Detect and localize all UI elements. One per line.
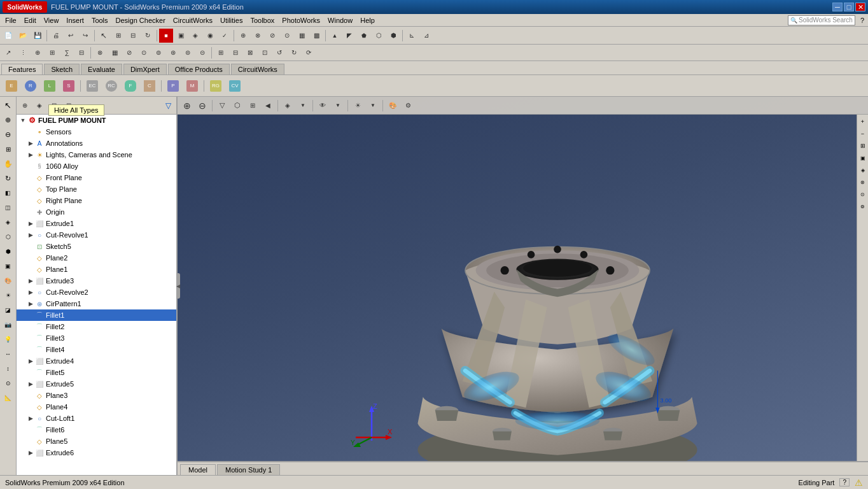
lt-view-orient[interactable]: ◫ [1,201,15,215]
tree-btn-filter[interactable]: ⊕ [18,99,32,113]
tree-item-plane1[interactable]: ◇ Plane1 [17,264,176,275]
cmd-revolved-cut[interactable]: RC [102,77,120,95]
cmd-revolved-boss[interactable]: R [22,77,39,95]
tb-btn-20[interactable]: ⊾ [405,29,419,43]
rs-view2[interactable]: ◈ [858,164,867,176]
tree-item-sensors[interactable]: ⚬ Sensors [17,126,176,138]
tree-item-extrude3[interactable]: ▶ ⬜ Extrude3 [17,275,176,287]
menu-design-checker[interactable]: Design Checker [112,15,169,25]
lt-zoom-in[interactable]: ⊕ [1,113,15,127]
maximize-button[interactable]: □ [844,3,854,11]
tree-item-cut-loft1[interactable]: ▶ ○ Cut-Loft1 [17,413,176,424]
tree-item-material[interactable]: § 1060 Alloy [17,160,176,172]
lt-hidden[interactable]: ⬢ [1,244,15,259]
tb-btn-5[interactable]: ▣ [174,29,188,43]
save-button[interactable]: 💾 [31,29,45,43]
menu-toolbox[interactable]: Toolbox [246,15,278,25]
menu-file[interactable]: File [1,15,20,25]
tree-item-top-plane[interactable]: ◇ Top Plane [17,183,176,195]
menu-photoworks[interactable]: PhotoWorks [278,15,324,25]
close-button[interactable]: ✕ [855,3,865,11]
tb-btn-10[interactable]: ⊗ [251,29,265,43]
help-button[interactable]: ? [839,478,850,486]
tb-btn-12[interactable]: ⊙ [280,29,294,43]
tree-item-extrude6[interactable]: ▶ ⬜ Extrude6 [17,447,176,458]
vp-display-style[interactable]: ◈ [281,99,295,113]
lt-wireframe[interactable]: ⬡ [1,230,15,244]
tree-item-cir-pattern1[interactable]: ▶ ⊛ CirPattern1 [17,298,176,309]
tree-item-plane4[interactable]: ◇ Plane4 [17,401,176,413]
lt-rotate[interactable]: ↻ [1,171,15,185]
tb-btn-19[interactable]: ⬢ [386,29,400,43]
tb2-btn-16[interactable]: ⊟ [228,46,242,60]
tab-office-products[interactable]: Office Products [168,64,230,74]
redo-button[interactable]: ↪ [78,29,92,43]
zoom-area-button[interactable]: ⊟ [126,29,140,43]
tree-item-sketch5[interactable]: ⊡ Sketch5 [17,241,176,252]
lt-section-view[interactable]: ◪ [1,303,15,317]
vp-zoom-out[interactable]: ⊖ [195,99,209,113]
tree-item-fillet1[interactable]: ⌒ Fillet1 [17,309,176,321]
cmd-reference-geometry[interactable]: RG [207,77,225,95]
lt-select[interactable]: ↖ [1,98,15,112]
tab-evaluate[interactable]: Evaluate [81,64,122,74]
tb-btn-16[interactable]: ◤ [342,29,356,43]
lt-zoom-fit[interactable]: ⊞ [1,142,15,156]
tree-item-plane3[interactable]: ◇ Plane3 [17,390,176,401]
cmd-pattern[interactable]: P [164,77,182,95]
tb2-btn-15[interactable]: ⊞ [214,46,228,60]
tb-btn-4[interactable]: ■ [159,29,173,43]
tb2-btn-7[interactable]: ⊗ [93,46,107,60]
tb2-btn-4[interactable]: ⊞ [45,46,59,60]
tree-content[interactable]: ▼ ⚙ FUEL PUMP MOUNT ⚬ Sensors ▶ A Annota… [17,115,176,475]
tree-item-plane5[interactable]: ◇ Plane5 [17,436,176,447]
rotate-button[interactable]: ↻ [141,29,155,43]
rs-orient[interactable]: ⊞ [858,140,867,152]
tree-item-cut-revolve2[interactable]: ▶ ○ Cut-Revolve2 [17,287,176,298]
bottom-tab-model[interactable]: Model [180,464,216,475]
tree-item-extrude5[interactable]: ▶ ⬜ Extrude5 [17,378,176,390]
tree-item-origin[interactable]: ✚ Origin [17,206,176,218]
tree-item-annotations[interactable]: ▶ A Annotations [17,138,176,149]
lt-dimension2[interactable]: ↕ [1,362,15,376]
tree-item-right-plane[interactable]: ◇ Right Plane [17,195,176,206]
tab-features[interactable]: Features [1,64,43,74]
tree-item-fillet3[interactable]: ⌒ Fillet3 [17,332,176,344]
tree-item-cut-revolve1[interactable]: ▶ ○ Cut-Revolve1 [17,229,176,241]
lt-camera[interactable]: 📷 [1,318,15,332]
tb2-btn-19[interactable]: ↺ [272,46,286,60]
tb2-btn-3[interactable]: ⊕ [31,46,45,60]
tree-item-fillet4[interactable]: ⌒ Fillet4 [17,344,176,355]
tree-root[interactable]: ▼ ⚙ FUEL PUMP MOUNT [17,115,176,126]
lt-zoom-out[interactable]: ⊖ [1,127,15,141]
vp-orient-view[interactable]: ⬡ [230,99,244,113]
tab-circuitworks[interactable]: CircuitWorks [231,64,284,74]
lt-appearances[interactable]: 🎨 [1,274,15,288]
zoom-fit-button[interactable]: ⊞ [111,29,125,43]
cmd-mirror[interactable]: M [183,77,201,95]
tree-filter-icon[interactable]: ▽ [161,99,175,113]
tb2-btn-17[interactable]: ⊠ [243,46,257,60]
tree-item-fillet2[interactable]: ⌒ Fillet2 [17,321,176,332]
bottom-tab-motion-study[interactable]: Motion Study 1 [217,464,280,475]
cmd-chamfer[interactable]: C [141,77,158,95]
tree-item-extrude1[interactable]: ▶ ⬜ Extrude1 [17,218,176,229]
tree-item-fillet6[interactable]: ⌒ Fillet6 [17,424,176,436]
tb2-btn-20[interactable]: ↻ [287,46,301,60]
print-button[interactable]: 🖨 [49,29,63,43]
lt-shading[interactable]: ◈ [1,215,15,229]
menu-insert[interactable]: Insert [62,15,88,25]
lt-smart-dimension[interactable]: ↔ [1,347,15,361]
lt-lights[interactable]: 💡 [1,332,15,346]
tb2-btn-10[interactable]: ⊙ [137,46,151,60]
tree-collapse-handle[interactable]: ◀ [176,273,180,299]
tree-item-plane2[interactable]: ◇ Plane2 [17,252,176,264]
tb-btn-8[interactable]: ✓ [218,29,232,43]
tb2-btn-1[interactable]: ↗ [1,46,15,60]
vp-view-previous[interactable]: ◀ [261,99,275,113]
tb-btn-18[interactable]: ⬡ [372,29,386,43]
tb2-btn-8[interactable]: ▦ [108,46,122,60]
tree-item-extrude4[interactable]: ▶ ⬜ Extrude4 [17,355,176,367]
vp-display-style-dd[interactable]: ▼ [296,99,310,113]
tree-item-fillet5[interactable]: ⌒ Fillet5 [17,367,176,378]
